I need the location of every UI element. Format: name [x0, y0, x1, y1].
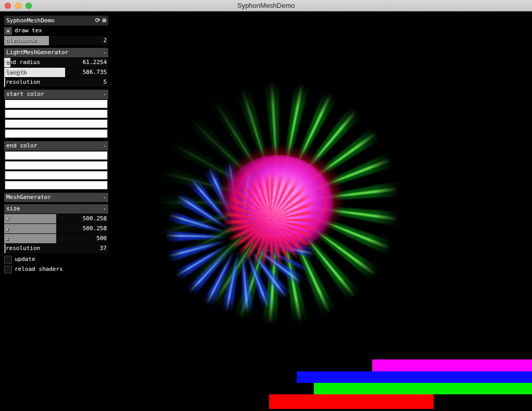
size-x-slider[interactable]: x 500.258 — [4, 214, 108, 223]
length-slider[interactable]: length 586.735 — [4, 68, 108, 77]
group-title: MeshGenerator — [6, 193, 51, 202]
end-color-g-slider[interactable] — [5, 161, 108, 170]
resolution-value: 5 — [103, 78, 107, 87]
start-color-r-slider[interactable] — [5, 99, 108, 108]
slider-fill — [4, 234, 56, 243]
magenta-bar — [372, 359, 532, 371]
group-title: LightMeshGenerator — [6, 48, 68, 57]
collapse-icon[interactable]: - — [103, 90, 106, 99]
group-title: end color — [6, 141, 37, 151]
blendmode-slider[interactable]: blendmode 2 — [4, 36, 108, 45]
reload-icon[interactable]: ⟳ — [95, 16, 100, 26]
group-lightmeshgenerator[interactable]: LightMeshGenerator - — [4, 48, 108, 57]
size-z-value: 500 — [96, 234, 107, 243]
end-radius-value: 61.2254 — [83, 58, 107, 67]
group-size[interactable]: size - — [4, 204, 108, 214]
end-radius-slider[interactable]: end radius 61.2254 — [4, 58, 108, 67]
end-color-b-slider[interactable] — [5, 171, 108, 180]
save-icon[interactable]: ⊞ — [103, 16, 106, 26]
zoom-button[interactable] — [26, 3, 32, 9]
group-title: start color — [6, 90, 44, 99]
checkbox-checked-icon[interactable]: ✕ — [4, 27, 12, 35]
red-bar — [269, 394, 434, 409]
draw-tex-toggle[interactable]: ✕ draw tex — [4, 26, 108, 35]
collapse-icon[interactable]: - — [103, 204, 106, 214]
mesh-resolution-label: resolution — [6, 244, 40, 253]
group-end-color[interactable]: end color - — [4, 141, 108, 151]
end-color-a-slider[interactable] — [5, 181, 108, 190]
checkbox-unchecked-icon[interactable] — [4, 256, 12, 264]
panel-title: SyphonMeshDemo — [6, 16, 93, 26]
checkbox-unchecked-icon[interactable] — [4, 266, 12, 273]
panel-header[interactable]: SyphonMeshDemo ⟳ ⊞ — [4, 16, 108, 26]
size-x-value: 500.258 — [83, 214, 107, 223]
traffic-lights — [5, 3, 32, 9]
green-bar — [314, 383, 532, 394]
blendmode-value: 2 — [103, 36, 107, 45]
collapse-icon[interactable]: - — [103, 193, 106, 202]
group-start-color[interactable]: start color - — [4, 90, 108, 99]
update-toggle[interactable]: update — [4, 255, 108, 264]
blendmode-label: blendmode — [6, 36, 37, 45]
mesh-resolution-value: 37 — [100, 244, 107, 253]
size-y-value: 500.258 — [83, 224, 107, 233]
size-z-slider[interactable]: z 500 — [4, 234, 108, 243]
red-burst-mesh — [223, 172, 319, 268]
start-color-g-slider[interactable] — [5, 109, 108, 118]
draw-tex-label: draw tex — [15, 26, 42, 35]
collapse-icon[interactable]: - — [103, 48, 106, 57]
size-z-label: z — [6, 234, 9, 243]
end-color-r-slider[interactable] — [5, 151, 108, 160]
length-label: length — [6, 68, 27, 77]
size-y-slider[interactable]: y 500.258 — [4, 224, 108, 233]
group-title: size — [6, 204, 20, 214]
app-window: SyphonMeshDemo SyphonMeshDemo ⟳ ⊞ ✕ draw… — [0, 0, 532, 411]
end-radius-label: end radius — [6, 58, 40, 67]
window-title: SyphonMeshDemo — [237, 2, 295, 9]
close-button[interactable] — [5, 3, 11, 9]
reload-shaders-toggle[interactable]: reload shaders — [4, 265, 108, 274]
resolution-label: resolution — [6, 78, 40, 87]
reload-shaders-label: reload shaders — [15, 265, 63, 274]
update-label: update — [15, 255, 35, 264]
start-color-b-slider[interactable] — [5, 119, 108, 128]
group-meshgenerator[interactable]: MeshGenerator - — [4, 193, 108, 202]
minimize-button[interactable] — [15, 3, 21, 9]
collapse-icon[interactable]: - — [103, 141, 106, 151]
gui-panel: SyphonMeshDemo ⟳ ⊞ ✕ draw tex blendmode … — [4, 16, 108, 275]
size-y-label: y — [6, 224, 9, 233]
size-x-label: x — [6, 214, 9, 223]
length-value: 586.735 — [83, 68, 107, 77]
slider-fill — [4, 224, 56, 233]
slider-fill — [4, 78, 5, 87]
start-color-a-slider[interactable] — [5, 129, 108, 138]
slider-fill — [4, 214, 56, 223]
mesh-resolution-slider[interactable]: resolution 37 — [4, 244, 108, 253]
resolution-slider[interactable]: resolution 5 — [4, 78, 108, 87]
titlebar[interactable]: SyphonMeshDemo — [0, 0, 532, 11]
blue-bar — [297, 371, 532, 383]
